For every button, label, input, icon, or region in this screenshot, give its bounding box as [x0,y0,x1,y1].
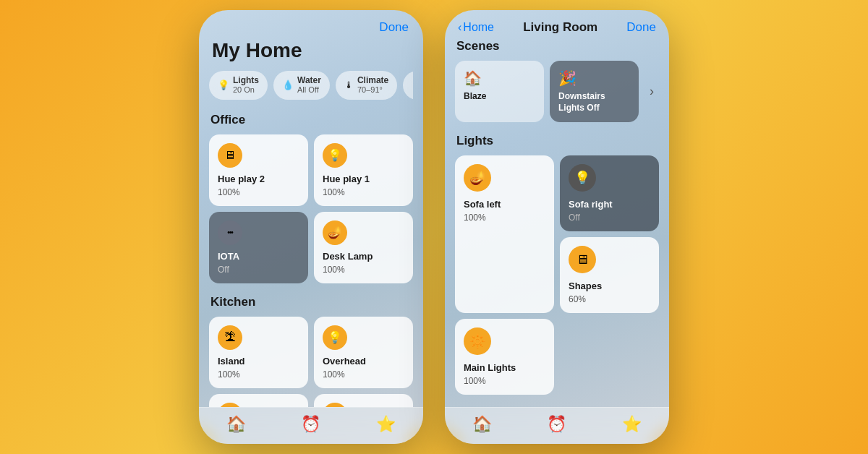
office-heading: Office [209,113,413,127]
lights-pill-sub: 20 On [233,85,259,95]
office-device-grid: 🖥 Hue play 2 100% 💡 Hue play 1 100% ••• … [209,134,413,283]
blaze-name: Blaze [464,91,486,103]
lights-grid-right: 🪔 Sofa left 100% 💡 Sofa right Off 🔆 Main… [455,155,659,395]
scenes-more-right[interactable]: › [644,61,659,122]
kitchen-heading: Kitchen [209,295,413,309]
climate-pill-main: Climate [357,75,388,85]
iota-name: IOTA [218,251,299,262]
scenes-row-right: 🏠 Blaze 🎉 Downstairs Lights Off › [455,61,659,122]
island-icon: 🏝 [218,325,242,350]
lights-heading-right: Lights [455,134,659,148]
climate-pill-icon: 🌡 [344,80,354,90]
lights-pill-icon: 💡 [218,80,229,90]
device-iota[interactable]: ••• IOTA Off [209,212,308,283]
climate-pill-sub: 70–91° [357,85,388,95]
hue-play-2-status: 100% [218,187,299,197]
tab-home-left[interactable]: 🏠 [226,415,246,434]
pill-lights[interactable]: 💡 Lights 20 On [209,71,268,100]
tab-clock-right[interactable]: ⏰ [547,415,566,434]
device-counter[interactable]: 🔄 Counter On [314,394,413,407]
main-lights-status: 100% [464,376,545,386]
desk-lamp-status: 100% [323,265,404,275]
device-overhead[interactable]: 💡 Overhead 100% [314,317,413,388]
hue-play-2-icon: 🖥 [218,143,242,168]
overhead-icon: 💡 [323,325,347,350]
kitchen-device-grid: 🏝 Island 100% 💡 Overhead 100% 🚰 Sink On [209,317,413,407]
main-lights-name: Main Lights [464,362,545,373]
left-phone: Done My Home 💡 Lights 20 On 💧 [199,10,423,444]
tab-home-right[interactable]: 🏠 [472,415,492,434]
downstairs-lights-icon: 🎉 [558,69,576,87]
island-status: 100% [218,369,299,380]
right-phone-header: ‹ Home Living Room Done [445,10,669,39]
device-desk-lamp[interactable]: 🪔 Desk Lamp 100% [314,212,413,283]
iota-icon: ••• [218,220,242,245]
home-title: My Home [209,39,413,62]
scene-blaze[interactable]: 🏠 Blaze [455,61,544,122]
pill-water[interactable]: 💧 Water All Off [273,71,330,100]
sofa-left-name: Sofa left [464,199,545,210]
hue-play-2-name: Hue play 2 [218,174,299,184]
back-button[interactable]: ‹ Home [458,21,494,34]
scene-downstairs-lights-off[interactable]: 🎉 Downstairs Lights Off [550,61,639,122]
overhead-name: Overhead [323,356,404,367]
back-label: Home [463,21,494,34]
sofa-right-icon: 💡 [569,164,596,192]
blaze-icon: 🏠 [464,69,482,87]
pill-climate[interactable]: 🌡 Climate 70–91° [336,71,397,100]
main-lights-icon: 🔆 [464,327,491,355]
page-title: Living Room [523,20,597,35]
tab-clock-left[interactable]: ⏰ [301,415,320,434]
overhead-status: 100% [323,369,404,380]
shapes-name: Shapes [569,280,650,291]
phones-container: Done My Home 💡 Lights 20 On 💧 [199,10,669,444]
chevron-left-icon: ‹ [458,21,461,34]
hue-play-1-icon: 💡 [323,143,347,168]
device-hue-play-1[interactable]: 💡 Hue play 1 100% [314,134,413,206]
left-tab-bar: 🏠 ⏰ ⭐ [199,407,423,444]
shapes-status: 60% [569,294,650,304]
hue-play-1-name: Hue play 1 [323,174,404,184]
device-sink[interactable]: 🚰 Sink On [209,394,308,407]
left-top-bar: Done [199,10,423,39]
water-pill-icon: 💧 [282,80,294,90]
right-phone: ‹ Home Living Room Done Scenes 🏠 Blaze 🎉 [445,10,669,444]
iota-status: Off [218,265,299,275]
desk-lamp-name: Desk Lamp [323,251,404,262]
lock-pill-icon: 🔒 [412,80,413,90]
lights-pill-main: Lights [233,75,259,85]
left-done-button[interactable]: Done [379,20,409,35]
island-name: Island [218,356,299,367]
light-main-lights[interactable]: 🔆 Main Lights 100% [455,319,554,395]
light-shapes[interactable]: 🖥 Shapes 60% [560,237,659,313]
category-pills: 💡 Lights 20 On 💧 Water All Off [209,71,413,100]
tab-star-right[interactable]: ⭐ [622,415,642,434]
light-sofa-right[interactable]: 💡 Sofa right Off [560,155,659,231]
desk-lamp-icon: 🪔 [323,220,347,245]
right-done-button[interactable]: Done [626,20,656,35]
tab-star-left[interactable]: ⭐ [376,415,396,434]
shapes-icon: 🖥 [569,246,596,273]
sofa-right-status: Off [569,213,650,223]
left-scroll-content: My Home 💡 Lights 20 On 💧 Water [199,39,423,407]
device-island[interactable]: 🏝 Island 100% [209,317,308,388]
downstairs-lights-name: Downstairs Lights Off [558,91,630,113]
device-hue-play-2[interactable]: 🖥 Hue play 2 100% [209,134,308,206]
right-scroll-content: Scenes 🏠 Blaze 🎉 Downstairs Lights Off ›… [445,39,669,407]
right-tab-bar: 🏠 ⏰ ⭐ [445,407,669,444]
water-pill-sub: All Off [297,85,321,95]
light-sofa-left[interactable]: 🪔 Sofa left 100% [455,155,554,313]
scenes-heading-right: Scenes [455,39,659,53]
sofa-right-name: Sofa right [569,199,650,210]
water-pill-main: Water [297,75,321,85]
hue-play-1-status: 100% [323,187,404,197]
sofa-left-status: 100% [464,213,545,223]
sofa-left-icon: 🪔 [464,164,491,192]
pill-lock[interactable]: 🔒 [403,71,413,100]
